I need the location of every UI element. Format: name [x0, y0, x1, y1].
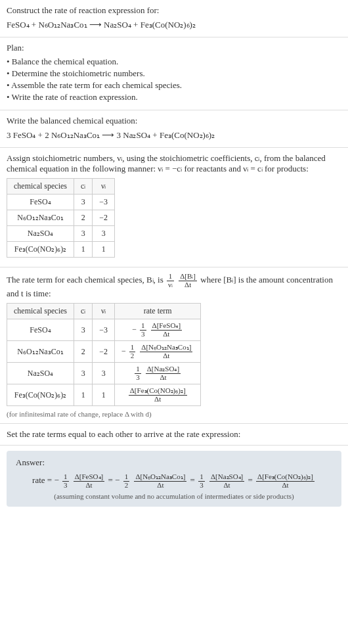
table-row: Na₂SO₄3313 Δ[Na₂SO₄]Δt	[7, 363, 201, 384]
table-cell: Fe₃(Co(NO₂)₆)₂	[7, 384, 74, 406]
table-row: N₆O₁₂Na₃Co₁ 2 −2	[7, 210, 115, 226]
table-cell: Fe₃(Co(NO₂)₆)₂	[7, 242, 74, 258]
balanced-heading: Write the balanced chemical equation:	[7, 116, 341, 126]
table-cell: 3	[74, 195, 92, 210]
table-cell: −2	[93, 210, 115, 226]
fraction-num: Δ[Bᵢ]	[179, 273, 197, 281]
fraction: 13	[198, 473, 205, 489]
table-header: chemical species	[7, 179, 74, 195]
table-cell: 3	[74, 363, 92, 384]
rate-term-section: The rate term for each chemical species,…	[0, 267, 348, 424]
balanced-equation: 3 FeSO₄ + 2 N₆O₁₂Na₃Co₁ ⟶ 3 Na₂SO₄ + Fe₃…	[7, 129, 341, 142]
table-cell: N₆O₁₂Na₃Co₁	[7, 210, 74, 226]
table-row: Na₂SO₄ 3 3	[7, 226, 115, 242]
table-cell: 1	[93, 384, 115, 406]
stoich-table: chemical species cᵢ νᵢ FeSO₄ 3 −3 N₆O₁₂N…	[7, 178, 115, 258]
answer-equation: rate = − 13 Δ[FeSO₄]Δt = − 12 Δ[N₆O₁₂Na₃…	[16, 471, 332, 492]
plan-list: • Balance the chemical equation. • Deter…	[7, 56, 341, 103]
plan-item: • Write the rate of reaction expression.	[7, 91, 341, 103]
table-cell: 2	[74, 210, 92, 226]
intro-equation: FeSO₄ + N₆O₁₂Na₃Co₁ ⟶ Na₂SO₄ + Fe₃(Co(NO…	[7, 18, 341, 32]
table-cell: 1	[93, 242, 115, 258]
fraction: Δ[Fe₃(Co(NO₂)₆)₂]Δt	[256, 473, 315, 489]
table-cell: 2	[74, 341, 92, 363]
plan-item: • Determine the stoichiometric numbers.	[7, 68, 341, 80]
table-row: FeSO₄ 3 −3	[7, 195, 115, 210]
table-row: Fe₃(Co(NO₂)₆)₂ 1 1	[7, 242, 115, 258]
table-cell: 3	[74, 319, 92, 341]
table-cell: −3	[93, 195, 115, 210]
table-cell: Na₂SO₄	[7, 226, 74, 242]
rate-term-table: chemical species cᵢ νᵢ rate term FeSO₄3−…	[7, 303, 201, 406]
plan-item: • Assemble the rate term for each chemic…	[7, 80, 341, 91]
table-header: chemical species	[7, 304, 74, 319]
table-cell: 3	[74, 226, 92, 242]
rate-term-text: The rate term for each chemical species,…	[7, 273, 341, 299]
table-row: Fe₃(Co(NO₂)₆)₂11Δ[Fe₃(Co(NO₂)₆)₂]Δt	[7, 384, 201, 406]
intro-heading: Construct the rate of reaction expressio…	[7, 5, 341, 16]
table-cell: Na₂SO₄	[7, 363, 74, 384]
set-equal-text: Set the rate terms equal to each other t…	[7, 429, 341, 440]
stoich-text: Assign stoichiometric numbers, νᵢ, using…	[7, 153, 341, 174]
table-cell: FeSO₄	[7, 195, 74, 210]
table-header-row: chemical species cᵢ νᵢ rate term	[7, 304, 201, 319]
table-cell: −2	[93, 341, 115, 363]
fraction: Δ[Na₂SO₄]Δt	[209, 473, 244, 489]
table-cell: 3	[93, 226, 115, 242]
table-cell: − 13 Δ[FeSO₄]Δt	[115, 319, 201, 341]
answer-title: Answer:	[16, 457, 332, 468]
fraction: 12	[123, 473, 130, 489]
table-cell: − 12 Δ[N₆O₁₂Na₃Co₁]Δt	[115, 341, 201, 363]
fraction-den: νᵢ	[167, 281, 174, 289]
fraction-den: Δt	[179, 281, 197, 289]
table-header: cᵢ	[74, 304, 92, 319]
set-equal-section: Set the rate terms equal to each other t…	[0, 424, 348, 446]
table-header: νᵢ	[93, 179, 115, 195]
fraction: 13	[62, 473, 69, 489]
table-cell: 13 Δ[Na₂SO₄]Δt	[115, 363, 201, 384]
fraction: Δ[N₆O₁₂Na₃Co₁]Δt	[140, 344, 192, 359]
table-cell: Δ[Fe₃(Co(NO₂)₆)₂]Δt	[115, 384, 201, 406]
table-header: rate term	[115, 304, 201, 319]
table-cell: N₆O₁₂Na₃Co₁	[7, 341, 74, 363]
answer-note: (assuming constant volume and no accumul…	[16, 492, 332, 500]
table-header: cᵢ	[74, 179, 92, 195]
table-header: νᵢ	[93, 304, 115, 319]
rate-term-footnote: (for infinitesimal rate of change, repla…	[7, 410, 341, 418]
table-cell: 1	[74, 384, 92, 406]
fraction-num: 1	[167, 273, 174, 281]
fraction: Δ[FeSO₄]Δt	[151, 322, 182, 338]
table-cell: 3	[93, 363, 115, 384]
table-row: N₆O₁₂Na₃Co₁2−2− 12 Δ[N₆O₁₂Na₃Co₁]Δt	[7, 341, 201, 363]
fraction: 13	[140, 322, 146, 338]
answer-box: Answer: rate = − 13 Δ[FeSO₄]Δt = − 12 Δ[…	[7, 451, 341, 506]
fraction: Δ[FeSO₄]Δt	[74, 473, 104, 489]
table-cell: FeSO₄	[7, 319, 74, 341]
fraction: Δ[N₆O₁₂Na₃Co₁]Δt	[134, 473, 186, 489]
table-cell: −3	[93, 319, 115, 341]
table-header-row: chemical species cᵢ νᵢ	[7, 179, 115, 195]
fraction: Δ[Bᵢ] Δt	[179, 273, 197, 288]
fraction: Δ[Na₂SO₄]Δt	[146, 365, 181, 381]
rate-term-text-a: The rate term for each chemical species,…	[7, 275, 163, 285]
fraction: 12	[129, 344, 136, 359]
fraction: 1 νᵢ	[167, 273, 174, 288]
fraction: 13	[135, 365, 141, 381]
fraction: Δ[Fe₃(Co(NO₂)₆)₂]Δt	[129, 387, 187, 403]
plan-section: Plan: • Balance the chemical equation. •…	[0, 37, 348, 110]
table-cell: 1	[74, 242, 92, 258]
balanced-section: Write the balanced chemical equation: 3 …	[0, 110, 348, 148]
plan-item: • Balance the chemical equation.	[7, 56, 341, 68]
intro-section: Construct the rate of reaction expressio…	[0, 0, 348, 37]
table-row: FeSO₄3−3− 13 Δ[FeSO₄]Δt	[7, 319, 201, 341]
stoich-section: Assign stoichiometric numbers, νᵢ, using…	[0, 148, 348, 267]
plan-heading: Plan:	[7, 43, 341, 53]
rate-term-generic: 1 νᵢ Δ[Bᵢ] Δt	[165, 275, 200, 285]
